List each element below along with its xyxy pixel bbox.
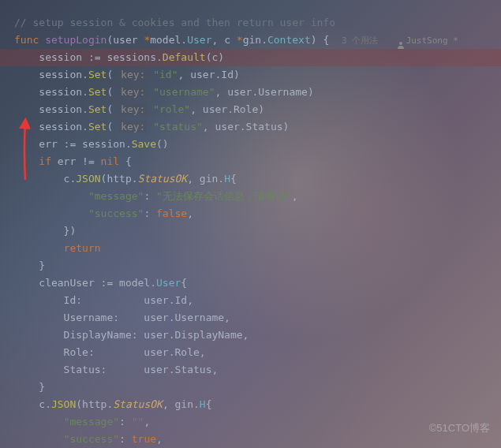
code-line: cleanUser := model.User{ xyxy=(14,274,501,292)
user-icon xyxy=(397,37,405,45)
author-hint[interactable]: JustSong * xyxy=(406,35,458,46)
watermark: ©51CTO博客 xyxy=(429,420,490,437)
svg-point-0 xyxy=(399,42,402,45)
code-line: Username: user.Username, xyxy=(14,309,501,327)
code-editor[interactable]: // setup session & cookies and then retu… xyxy=(0,0,501,448)
code-line: // setup session & cookies and then retu… xyxy=(14,14,501,32)
code-line: session.Set( key: "status", user.Status) xyxy=(14,118,501,136)
code-line: Role: user.Role, xyxy=(14,344,501,361)
code-line: } xyxy=(14,257,501,274)
code-line: "message": "", xyxy=(14,413,501,431)
code-line: "success": false, xyxy=(14,205,501,222)
code-line: } xyxy=(14,379,501,396)
code-line: Status: user.Status, xyxy=(14,361,501,379)
code-line: }) xyxy=(14,222,501,240)
code-line: session.Set( key: "role", user.Role) xyxy=(14,101,501,118)
usage-hint[interactable]: 3 个用法 xyxy=(342,35,378,46)
code-line: "success": true, xyxy=(14,431,501,448)
code-line: c.JSON(http.StatusOK, gin.H{ xyxy=(14,170,501,188)
code-line: session.Set( key: "id", user.Id) xyxy=(14,66,501,84)
code-line: "message": "无法保存会话信息，请重试", xyxy=(14,188,501,205)
code-line: if err != nil { xyxy=(14,153,501,170)
code-line: func setupLogin(user *model.User, c *gin… xyxy=(14,32,501,49)
comment: // setup session & cookies and then retu… xyxy=(14,17,335,28)
code-line: return xyxy=(14,240,501,257)
code-line: err := session.Save() xyxy=(14,136,501,153)
code-line: session.Set( key: "username", user.Usern… xyxy=(14,84,501,101)
code-line: c.JSON(http.StatusOK, gin.H{ xyxy=(14,396,501,413)
code-line-highlighted: session := sessions.Default(c) xyxy=(0,49,501,66)
code-line: DisplayName: user.DisplayName, xyxy=(14,327,501,344)
code-line: Id: user.Id, xyxy=(14,292,501,309)
